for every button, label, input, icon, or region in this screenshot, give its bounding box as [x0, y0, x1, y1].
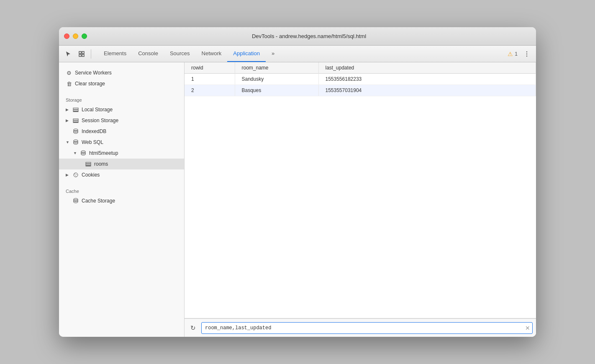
results-table: rowid room_name last_updated 1Sandusky15…	[185, 62, 536, 96]
maximize-button[interactable]	[82, 33, 87, 39]
svg-rect-8	[73, 110, 78, 111]
svg-point-25	[74, 173, 78, 177]
col-rowid: rowid	[185, 62, 235, 74]
traffic-lights	[64, 33, 87, 39]
sidebar-item-html5meetup[interactable]: ▼ html5meetup	[59, 148, 184, 159]
sidebar-item-rooms[interactable]: ▶ rooms	[59, 159, 184, 169]
sidebar-item-clear-storage[interactable]: 🗑 Clear storage	[59, 78, 184, 89]
svg-point-29	[76, 176, 77, 176]
close-button[interactable]	[64, 33, 69, 39]
toolbar-divider	[91, 49, 91, 59]
svg-rect-2	[79, 54, 81, 56]
svg-point-5	[526, 53, 527, 54]
svg-rect-22	[86, 162, 91, 164]
table-row: 2Basques1553557031904	[185, 85, 536, 96]
tab-elements[interactable]: Elements	[98, 46, 132, 62]
svg-point-28	[75, 175, 76, 176]
sidebar-storage-section: Storage ▶ Local Storage ▶	[59, 92, 184, 184]
col-last-updated: last_updated	[318, 62, 536, 74]
sidebar-item-service-workers[interactable]: ⚙ Service Workers	[59, 67, 184, 78]
svg-rect-1	[82, 51, 84, 54]
cell-rowid: 1	[185, 74, 235, 85]
storage-section-label: Storage	[59, 96, 184, 104]
sidebar-item-cache-storage[interactable]: ▶ Cache Storage	[59, 195, 184, 206]
svg-rect-7	[73, 108, 78, 109]
warning-icon: ⚠	[508, 51, 513, 57]
sidebar-item-session-storage[interactable]: ▶ Session Storage	[59, 115, 184, 126]
session-storage-icon	[72, 117, 79, 124]
cursor-icon[interactable]	[62, 48, 74, 60]
web-sql-icon	[72, 139, 79, 146]
tab-more[interactable]: »	[266, 46, 280, 62]
sidebar-item-indexeddb[interactable]: ▶ IndexedDB	[59, 126, 184, 137]
svg-rect-24	[86, 166, 91, 166]
tab-sources[interactable]: Sources	[164, 46, 196, 62]
local-storage-icon	[72, 106, 79, 113]
svg-point-27	[76, 174, 77, 175]
sidebar: ⚙ Service Workers 🗑 Clear storage Storag…	[59, 62, 185, 337]
svg-rect-0	[79, 51, 81, 54]
svg-point-30	[74, 198, 78, 200]
query-bar: ↻ ✕	[185, 318, 536, 337]
tab-network[interactable]: Network	[196, 46, 228, 62]
table-row: 1Sandusky1553556182233	[185, 74, 536, 85]
sidebar-top-section: ⚙ Service Workers 🗑 Clear storage	[59, 64, 184, 92]
rooms-icon	[85, 161, 92, 167]
html5meetup-icon	[80, 150, 87, 156]
toolbar-tabs: Elements Console Sources Network Applica…	[98, 46, 280, 62]
cookies-arrow: ▶	[66, 173, 70, 177]
svg-rect-11	[73, 120, 78, 122]
session-storage-arrow: ▶	[66, 118, 70, 123]
cell-last-updated: 1553556182233	[318, 74, 536, 85]
sidebar-item-cookies[interactable]: ▶ Cookies	[59, 169, 184, 180]
local-storage-arrow: ▶	[66, 108, 70, 112]
svg-point-16	[74, 140, 78, 141]
cache-section-label: Cache	[59, 187, 184, 195]
cell-rowid: 2	[185, 85, 235, 96]
query-input[interactable]	[201, 322, 533, 334]
warning-count: 1	[515, 51, 518, 57]
clear-button[interactable]: ✕	[525, 325, 530, 331]
more-options-icon[interactable]	[521, 48, 533, 60]
service-workers-icon: ⚙	[66, 69, 72, 76]
warning-badge: ⚠ 1	[508, 51, 518, 57]
titlebar: DevTools - andrew.hedges.name/html5/sql.…	[59, 27, 536, 46]
svg-point-13	[74, 129, 78, 131]
cookies-icon	[72, 172, 79, 178]
svg-point-6	[526, 55, 527, 56]
html5meetup-arrow: ▼	[73, 151, 77, 155]
col-room-name: room_name	[235, 62, 318, 74]
svg-point-19	[81, 151, 85, 152]
cell-room-name: Sandusky	[235, 74, 318, 85]
devtools-window: DevTools - andrew.hedges.name/html5/sql.…	[59, 27, 536, 337]
window-title: DevTools - andrew.hedges.name/html5/sql.…	[87, 33, 531, 39]
tab-console[interactable]: Console	[132, 46, 164, 62]
main-content: ⚙ Service Workers 🗑 Clear storage Storag…	[59, 62, 536, 337]
svg-point-4	[526, 51, 527, 52]
cell-last-updated: 1553557031904	[318, 85, 536, 96]
sidebar-cache-section: Cache ▶ Cache Stor	[59, 184, 184, 210]
inspect-icon[interactable]	[76, 48, 87, 60]
table-header-row: rowid room_name last_updated	[185, 62, 536, 74]
cache-storage-icon	[72, 197, 79, 204]
svg-point-26	[74, 174, 75, 174]
toolbar: Elements Console Sources Network Applica…	[59, 46, 536, 62]
clear-storage-icon: 🗑	[66, 80, 72, 87]
svg-rect-9	[73, 111, 78, 112]
tab-application[interactable]: Application	[227, 46, 266, 62]
query-input-wrap: ✕	[201, 322, 533, 334]
toolbar-right: ⚠ 1	[508, 48, 533, 60]
indexeddb-icon	[72, 128, 79, 135]
svg-rect-23	[86, 164, 91, 165]
right-panel: rowid room_name last_updated 1Sandusky15…	[185, 62, 536, 337]
sidebar-item-web-sql[interactable]: ▼ Web SQL	[59, 137, 184, 148]
svg-rect-3	[82, 54, 84, 56]
minimize-button[interactable]	[73, 33, 78, 39]
svg-rect-10	[73, 119, 78, 120]
cell-room-name: Basques	[235, 85, 318, 96]
web-sql-arrow: ▼	[66, 140, 70, 144]
refresh-button[interactable]: ↻	[188, 323, 198, 333]
svg-rect-12	[73, 122, 78, 123]
sidebar-item-local-storage[interactable]: ▶ Local Storage	[59, 104, 184, 115]
data-table: rowid room_name last_updated 1Sandusky15…	[185, 62, 536, 318]
